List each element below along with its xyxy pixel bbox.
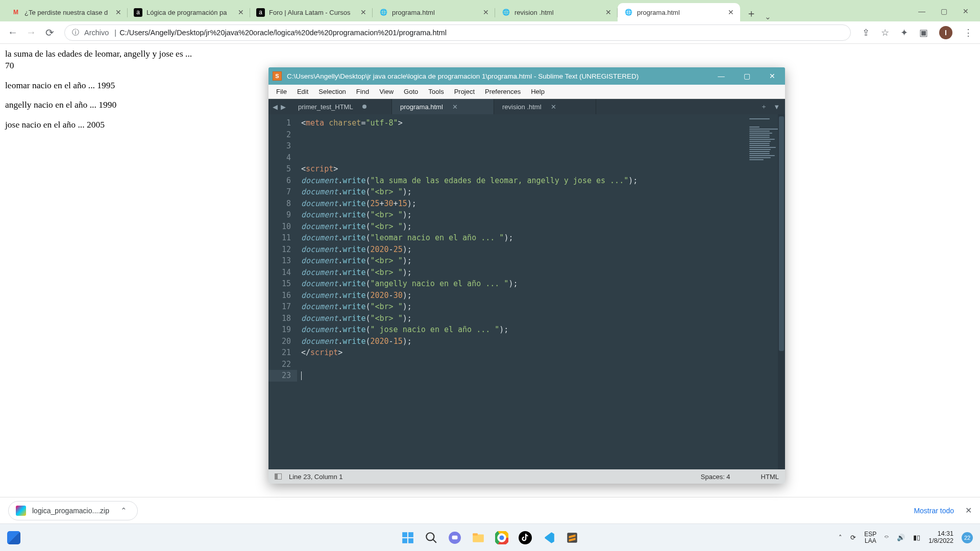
- close-icon[interactable]: ✕: [760, 67, 785, 85]
- svg-rect-2: [402, 538, 407, 543]
- chrome-icon[interactable]: [493, 529, 510, 546]
- globe-icon: 🌐: [624, 8, 633, 17]
- dirty-indicator-icon: [362, 105, 366, 109]
- sidebar-toggle-icon[interactable]: [275, 473, 282, 480]
- browser-tab[interactable]: a Lógica de programación pa ✕: [128, 3, 250, 21]
- menu-view[interactable]: View: [375, 86, 398, 97]
- menu-icon[interactable]: ⋮: [964, 27, 973, 38]
- vscode-icon[interactable]: [540, 529, 557, 546]
- menu-help[interactable]: Help: [526, 86, 549, 97]
- back-button[interactable]: ←: [7, 27, 18, 38]
- editor-tab[interactable]: primer_test_HTML: [290, 99, 392, 114]
- menu-tools[interactable]: Tools: [424, 86, 448, 97]
- download-item[interactable]: logica_progamacio....zip ⌃: [8, 501, 138, 520]
- widgets-icon[interactable]: [7, 531, 20, 544]
- tab-title: ¿Te perdiste nuestra clase d: [24, 9, 111, 16]
- clock[interactable]: 14:311/8/2022: [928, 531, 953, 545]
- tab-title: revision .html: [514, 9, 601, 16]
- editor-tab-active[interactable]: programa.html ✕: [392, 99, 494, 114]
- close-icon[interactable]: ✕: [360, 8, 366, 16]
- show-all-downloads[interactable]: Mostrar todo: [914, 507, 954, 515]
- tab-prev-icon[interactable]: ◀: [273, 103, 278, 111]
- start-button[interactable]: [399, 529, 416, 546]
- maximize-icon[interactable]: ▢: [941, 7, 947, 15]
- line-gutter: 1234567891011121314151617181920212223: [268, 114, 297, 469]
- browser-tab-active[interactable]: 🌐 programa.html ✕: [618, 3, 740, 21]
- dropdown-icon[interactable]: ▼: [773, 103, 780, 111]
- close-icon[interactable]: ✕: [483, 8, 489, 16]
- tab-title: Foro | Alura Latam - Cursos: [269, 9, 356, 16]
- forward-button[interactable]: →: [26, 27, 37, 38]
- scrollbar-thumb[interactable]: [779, 116, 784, 351]
- profile-avatar[interactable]: I: [939, 26, 952, 39]
- share-icon[interactable]: ⇪: [862, 27, 870, 38]
- menu-find[interactable]: Find: [352, 86, 374, 97]
- syntax-setting[interactable]: HTML: [761, 473, 779, 481]
- address-bar[interactable]: ⓘ Archivo | C:/Users/Angelly/Desktop/jr%…: [64, 24, 851, 41]
- onedrive-icon[interactable]: ⟳: [850, 534, 856, 541]
- editor-tab[interactable]: revision .html ✕: [494, 99, 596, 114]
- tab-label: revision .html: [502, 103, 542, 111]
- menu-selection[interactable]: Selection: [314, 86, 350, 97]
- info-icon: ⓘ: [72, 28, 79, 37]
- tab-title: programa.html: [392, 9, 479, 16]
- browser-tab-strip: M ¿Te perdiste nuestra clase d ✕ a Lógic…: [0, 0, 980, 21]
- sublime-icon[interactable]: [564, 529, 581, 546]
- browser-tab[interactable]: M ¿Te perdiste nuestra clase d ✕: [5, 3, 128, 21]
- tiktok-icon[interactable]: [517, 529, 534, 546]
- close-icon[interactable]: ✕: [963, 7, 969, 15]
- code-content[interactable]: <meta charset="utf-8"> <script> document…: [297, 114, 740, 469]
- search-icon[interactable]: [423, 529, 440, 546]
- chat-icon[interactable]: [446, 529, 463, 546]
- browser-toolbar: ← → ⟳ ⓘ Archivo | C:/Users/Angelly/Deskt…: [0, 21, 980, 44]
- extensions-icon[interactable]: ✦: [900, 27, 908, 38]
- url-text: C:/Users/Angelly/Desktop/jr%20java%20ora…: [119, 29, 447, 37]
- new-tab-button[interactable]: ＋: [743, 5, 760, 21]
- close-icon[interactable]: ✕: [728, 8, 734, 16]
- menu-project[interactable]: Project: [450, 86, 479, 97]
- tray-chevron-icon[interactable]: ˄: [839, 534, 842, 541]
- notifications-badge[interactable]: 22: [962, 532, 973, 543]
- close-icon[interactable]: ✕: [551, 103, 556, 111]
- editor-area[interactable]: 1234567891011121314151617181920212223 <m…: [268, 114, 785, 469]
- battery-icon[interactable]: ▮▯: [913, 534, 920, 541]
- menu-preferences[interactable]: Preferences: [480, 86, 525, 97]
- gmail-icon: M: [11, 8, 20, 17]
- indent-setting[interactable]: Spaces: 4: [701, 473, 730, 481]
- scrollbar[interactable]: [778, 114, 785, 469]
- close-icon[interactable]: ✕: [605, 8, 611, 16]
- menu-goto[interactable]: Goto: [399, 86, 423, 97]
- reload-button[interactable]: ⟳: [44, 27, 55, 39]
- browser-tab[interactable]: 🌐 programa.html ✕: [373, 3, 495, 21]
- minimize-icon[interactable]: —: [708, 67, 734, 85]
- browser-tab[interactable]: a Foro | Alura Latam - Cursos ✕: [250, 3, 373, 21]
- cursor-position[interactable]: Line 23, Column 1: [289, 473, 343, 481]
- maximize-icon[interactable]: ▢: [734, 67, 760, 85]
- archive-icon: [16, 506, 26, 516]
- menu-edit[interactable]: Edit: [292, 86, 313, 97]
- sublime-titlebar[interactable]: S C:\Users\Angelly\Desktop\jr java oracl…: [268, 67, 785, 85]
- wifi-icon[interactable]: ⌔: [885, 534, 889, 541]
- tab-search-icon[interactable]: ⌄: [765, 12, 771, 21]
- sublime-statusbar: Line 23, Column 1 Spaces: 4 HTML: [268, 469, 785, 484]
- svg-rect-17: [567, 533, 577, 543]
- download-filename: logica_progamacio....zip: [32, 507, 109, 515]
- url-separator: |: [114, 29, 116, 37]
- side-panel-icon[interactable]: ▣: [919, 27, 928, 38]
- alura-icon: a: [256, 8, 265, 17]
- chevron-up-icon[interactable]: ⌃: [120, 506, 127, 515]
- close-icon[interactable]: ✕: [965, 506, 972, 515]
- keyboard-layout[interactable]: ESPLAA: [864, 531, 876, 544]
- minimize-icon[interactable]: —: [918, 7, 925, 15]
- tab-next-icon[interactable]: ▶: [281, 103, 286, 111]
- new-view-icon[interactable]: ＋: [761, 102, 767, 111]
- close-icon[interactable]: ✕: [238, 8, 244, 16]
- svg-rect-7: [452, 535, 458, 539]
- menu-file[interactable]: File: [272, 86, 291, 97]
- close-icon[interactable]: ✕: [115, 8, 121, 16]
- close-icon[interactable]: ✕: [452, 103, 458, 111]
- explorer-icon[interactable]: [470, 529, 487, 546]
- bookmark-icon[interactable]: ☆: [881, 27, 889, 38]
- volume-icon[interactable]: 🔊: [897, 534, 905, 541]
- browser-tab[interactable]: 🌐 revision .html ✕: [495, 3, 618, 21]
